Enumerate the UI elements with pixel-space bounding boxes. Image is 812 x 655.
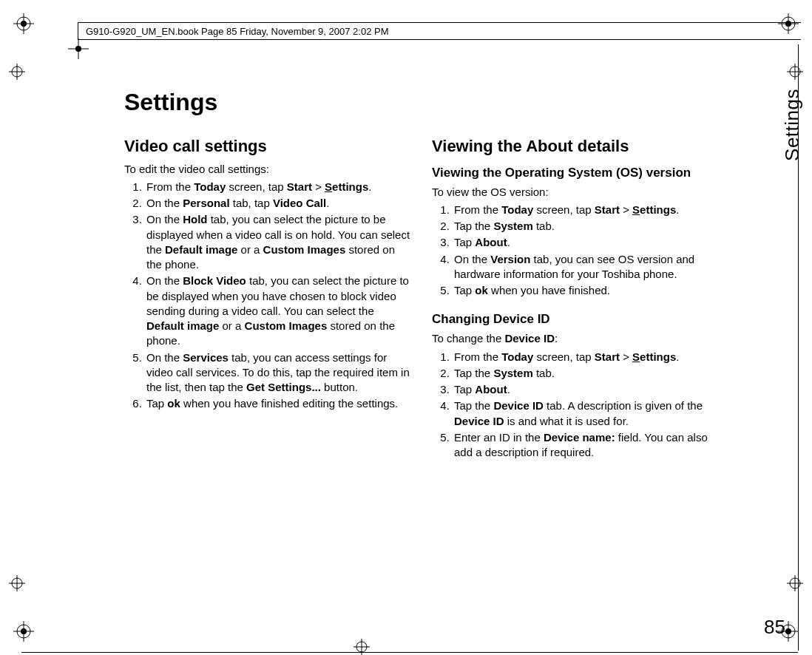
list-item: From the Today screen, tap Start > Setti… [453,350,719,364]
reg-mark-icon [13,621,34,642]
steps-list: From the Today screen, tap Start > Setti… [432,350,719,461]
list-item: Tap the System tab. [453,366,719,381]
svg-point-15 [785,628,791,634]
steps-list: From the Today screen, tap Start > Setti… [124,180,411,412]
list-item: Tap About. [453,235,719,250]
reg-mark-small-icon [9,64,25,80]
list-item: Tap the Device ID tab. A description is … [453,398,719,429]
trim-line-horizontal [21,652,798,653]
right-column: Viewing the About details Viewing the Op… [432,135,719,461]
intro-text: To edit the video call settings: [124,162,411,177]
svg-point-33 [75,46,81,52]
reg-mark-icon [13,13,34,34]
list-item: On the Version tab, you can see OS versi… [453,252,719,282]
intro-text: To view the OS version: [432,185,719,200]
reg-mark-small-icon [787,64,803,80]
list-item: Tap ok when you have finished. [453,283,719,298]
list-item: Enter an ID in the Device name: field. Y… [453,430,719,461]
heading-about-details: Viewing the About details [432,135,719,157]
page-number: 85 [764,616,785,639]
page-title: Settings [124,89,723,116]
reg-mark-small-icon [787,575,803,591]
list-item: On the Block Video tab, you can select t… [145,274,411,348]
list-item: Tap the System tab. [453,219,719,234]
intro-text: To change the Device ID: [432,331,719,346]
list-item: On the Services tab, you can access sett… [145,350,411,396]
book-header: G910-G920_UM_EN.book Page 85 Friday, Nov… [78,22,801,40]
list-item: From the Today screen, tap Start > Setti… [453,203,719,217]
side-section-label: Settings [781,89,804,161]
left-column: Video call settings To edit the video ca… [124,135,411,461]
svg-point-3 [21,21,27,27]
list-item: On the Personal tab, tap Video Call. [145,196,411,211]
list-item: On the Hold tab, you can select the pict… [145,212,411,272]
heading-device-id: Changing Device ID [432,311,719,328]
list-item: Tap About. [453,382,719,397]
heading-os-version: Viewing the Operating System (OS) versio… [432,165,719,182]
list-item: From the Today screen, tap Start > Setti… [145,180,411,194]
steps-list: From the Today screen, tap Start > Setti… [432,203,719,299]
svg-point-11 [21,628,27,634]
page-content: Settings Video call settings To edit the… [124,89,723,636]
list-item: Tap ok when you have finished editing th… [145,396,411,411]
heading-video-call-settings: Video call settings [124,135,411,157]
reg-mark-small-icon [68,38,89,59]
reg-mark-small-icon [9,575,25,591]
